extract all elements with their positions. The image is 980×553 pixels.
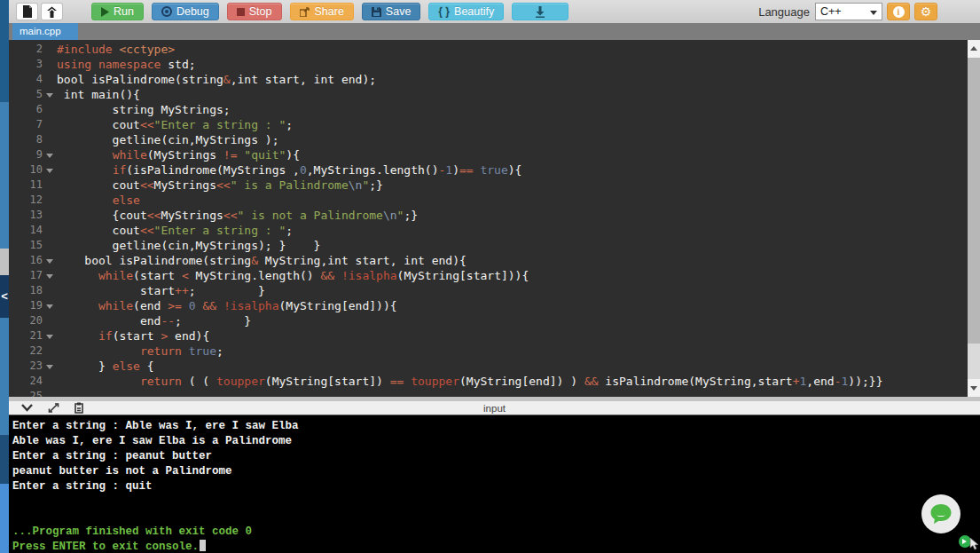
scrollbar-thumb[interactable] [968,58,980,344]
line-number: 11 [9,178,43,193]
code-line: 14 cout<<"Enter a string : "; [9,223,980,238]
line-number: 23 [9,359,43,374]
fold-marker-icon[interactable] [43,162,57,178]
code-text: return ( ( toupper(MyString[start]) == t… [57,374,882,389]
sidebar-segment[interactable] [0,0,9,102]
line-number: 5 [9,87,43,102]
stop-button[interactable]: Stop [227,3,282,20]
line-number: 21 [9,328,43,344]
code-line: 8 getline(cin,MyStrings ); [9,132,980,147]
sidebar-segment[interactable] [0,484,9,553]
code-text: return true; [57,344,223,359]
editor-scrollbar[interactable] [968,40,980,397]
code-text: int main(){ [57,87,140,102]
console-line [12,494,980,510]
fold-marker-icon[interactable] [43,253,57,268]
open-file-button[interactable] [41,3,63,20]
share-icon [300,7,310,17]
chevron-left-icon: < [1,289,8,303]
code-line: 9 while(MyStrings != "quit"){ [9,147,980,162]
share-label: Share [315,5,344,18]
code-line: 20 end--; } [9,313,980,328]
fold-spacer [43,193,57,208]
debug-button[interactable]: Debug [152,3,219,20]
fold-marker-icon[interactable] [43,268,57,283]
fold-marker-icon[interactable] [43,147,57,162]
stop-label: Stop [249,5,272,18]
code-line: 5 int main(){ [9,87,980,102]
line-number: 25 [9,389,43,397]
run-button[interactable]: Run [91,3,144,20]
online-ide-window: < Run Debug Stop Share Save [0,0,980,553]
beautify-button[interactable]: { } Beautify [428,3,504,20]
fold-spacer [43,102,57,117]
code-text: cout<<MyStrings<<" is a Palindrome\n";} [57,178,383,193]
sidebar-segment[interactable] [0,318,9,435]
line-number: 22 [9,344,43,359]
fold-spacer [43,389,57,397]
sidebar-segment[interactable] [0,249,9,275]
expand-sidebar-button[interactable]: < [0,275,9,318]
chat-widget-button[interactable] [921,494,960,533]
fold-marker-icon[interactable] [43,87,57,102]
console-line: ...Program finished with exit code 0 [12,525,980,540]
tab-main-cpp[interactable]: main.cpp [12,23,78,40]
sidebar-segment[interactable] [0,102,9,249]
run-label: Run [114,5,134,18]
fold-spacer [43,313,57,328]
code-text: string MyStrings; [57,102,231,117]
fold-spacer [43,208,57,223]
language-value: C++ [820,5,842,18]
tab-bar: main.cpp [9,23,980,40]
line-number: 7 [9,117,43,132]
code-text: cout<<"Enter a string : "; [57,117,293,132]
terminal-cursor [200,540,206,551]
code-text: } else { [57,359,154,374]
code-text: #include <cctype> [57,42,175,57]
code-text: cout<<"Enter a string : "; [57,223,293,238]
language-select[interactable]: C++ [815,3,882,20]
scroll-down-button[interactable] [968,379,980,397]
code-line: 22 return true; [9,344,980,359]
line-number: 14 [9,223,43,238]
chat-bubble-icon [929,503,953,525]
settings-button[interactable]: ⚙ [914,3,937,20]
code-text: using namespace std; [57,57,196,72]
console-line: Enter a string : Able was I, ere I saw E… [12,419,980,434]
download-button[interactable] [512,3,568,20]
code-line: 10 if(isPalindrome(MyStrings ,0,MyString… [9,162,980,178]
new-file-button[interactable] [16,3,38,20]
braces-icon: { } [438,5,450,18]
line-number: 16 [9,253,43,268]
code-line: 4bool isPalindrome(string&,int start, in… [9,72,980,87]
language-label: Language [758,5,810,19]
line-number: 18 [9,283,43,298]
info-button[interactable]: i [887,3,910,20]
fold-spacer [43,178,57,193]
sidebar-segment[interactable] [0,435,9,484]
share-button[interactable]: Share [290,3,354,20]
line-number: 10 [9,162,43,178]
save-button[interactable]: Save [362,3,421,20]
code-line: 2#include <cctype> [9,42,980,57]
fold-spacer [43,374,57,389]
fold-marker-icon[interactable] [43,298,57,313]
code-line: 21 if(start > end){ [9,328,980,344]
toolbar: Run Debug Stop Share Save { } Beautify L… [9,0,980,23]
console-output[interactable]: Enter a string : Able was I, ere I saw E… [9,415,980,553]
scroll-up-button[interactable] [968,40,980,58]
fold-marker-icon[interactable] [43,359,57,374]
code-line: 7 cout<<"Enter a string : "; [9,117,980,132]
code-text: start++; } [57,283,265,298]
fold-marker-icon[interactable] [43,328,57,344]
gear-icon: ⚙ [921,5,932,18]
code-editor[interactable]: 2#include <cctype>3using namespace std;4… [9,40,980,397]
code-text: bool isPalindrome(string&,int start, int… [57,72,376,87]
collapsed-sidebar: < [0,0,9,553]
code-text: while(end >= 0 && !isalpha(MyString[end]… [57,298,397,313]
code-line: 25 [9,389,980,397]
code-text: while(MyStrings != "quit"){ [57,147,300,162]
upload-icon [46,6,58,18]
fold-spacer [43,238,57,253]
debug-label: Debug [176,5,209,18]
